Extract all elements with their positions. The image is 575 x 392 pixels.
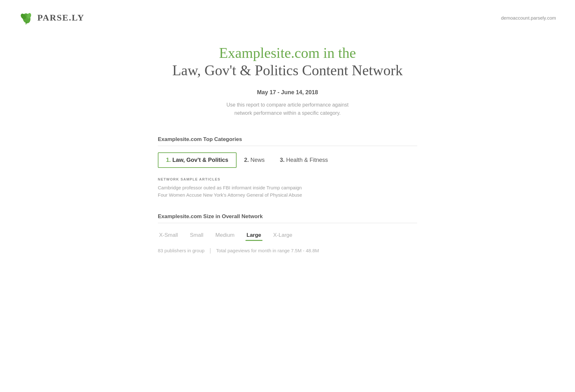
main-content: Examplesite.com in the Law, Gov't & Poli… — [145, 25, 430, 289]
logo-text: Parse.ly — [37, 13, 84, 23]
size-header: Examplesite.com Size in Overall Network — [158, 213, 417, 223]
publishers-info: 83 publishers in group | Total pageviews… — [158, 247, 417, 254]
publishers-count: 83 publishers in group — [158, 248, 205, 253]
publishers-divider: | — [210, 247, 211, 254]
parsely-logo-icon — [19, 10, 34, 25]
top-categories-header: Examplesite.com Top Categories — [158, 136, 417, 146]
size-tab-xsmall[interactable]: X-Small — [158, 230, 179, 241]
title-dark: Law, Gov't & Politics Content Network — [158, 62, 417, 79]
article-link-1[interactable]: Cambridge professor outed as FBI informa… — [158, 185, 417, 190]
category-tab-2[interactable]: 2. News — [237, 153, 272, 167]
description: Use this report to compare article perfo… — [158, 101, 417, 117]
header: Parse.ly demoaccount.parsely.com — [0, 0, 575, 25]
pageviews-range: Total pageviews for month in range 7.5M … — [216, 248, 319, 253]
size-tab-xlarge[interactable]: X-Large — [272, 230, 294, 241]
size-tab-small[interactable]: Small — [189, 230, 205, 241]
account-url: demoaccount.parsely.com — [501, 15, 556, 21]
size-tab-medium[interactable]: Medium — [214, 230, 236, 241]
title-section: Examplesite.com in the Law, Gov't & Poli… — [158, 44, 417, 117]
top-categories-title: Examplesite.com Top Categories — [158, 136, 242, 142]
title-green: Examplesite.com in the — [158, 44, 417, 62]
size-tab-large[interactable]: Large — [245, 230, 263, 241]
size-section: Examplesite.com Size in Overall Network … — [158, 213, 417, 254]
size-tabs: X-Small Small Medium Large X-Large — [158, 230, 417, 241]
category-tabs: 1. Law, Gov't & Politics 2. News 3. Heal… — [158, 152, 417, 168]
logo-area: Parse.ly — [19, 10, 84, 25]
top-categories-section: Examplesite.com Top Categories 1. Law, G… — [158, 136, 417, 198]
category-tab-1[interactable]: 1. Law, Gov't & Politics — [158, 152, 237, 168]
article-link-2[interactable]: Four Women Accuse New York's Attorney Ge… — [158, 192, 417, 198]
page-wrapper: Parse.ly demoaccount.parsely.com Example… — [0, 0, 575, 392]
date-range: May 17 - June 14, 2018 — [158, 89, 417, 96]
network-label: Network Sample Articles — [158, 177, 417, 181]
category-tab-3[interactable]: 3. Health & Fitness — [272, 153, 336, 167]
size-title: Examplesite.com Size in Overall Network — [158, 213, 263, 219]
